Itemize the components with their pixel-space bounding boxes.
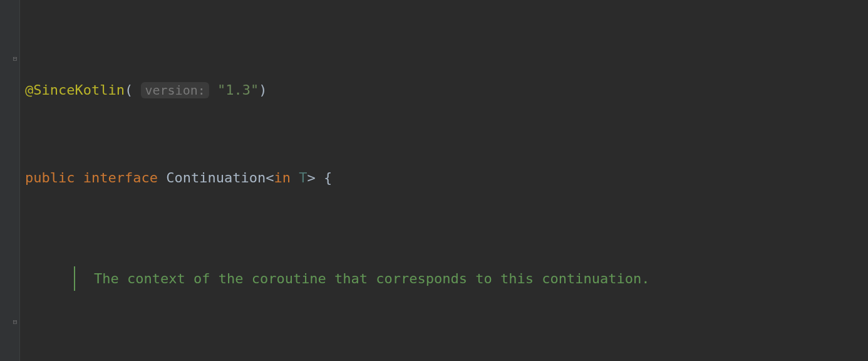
doc-text: The context of the coroutine that corres… bbox=[94, 271, 649, 286]
keyword-in: in bbox=[274, 170, 291, 186]
angle-open: < bbox=[266, 170, 274, 186]
code-editor[interactable]: @SinceKotlin( version: "1.3") public int… bbox=[25, 13, 862, 361]
code-line-annotation: @SinceKotlin( version: "1.3") bbox=[25, 79, 862, 101]
brace-open: { bbox=[324, 170, 332, 186]
angle-close: > bbox=[307, 170, 315, 186]
annotation-token: @SinceKotlin bbox=[25, 82, 125, 98]
paren-close: ) bbox=[259, 82, 267, 98]
fold-end-icon[interactable]: ⊟ bbox=[11, 318, 19, 326]
keyword-interface: interface bbox=[83, 170, 158, 186]
editor-gutter: ⊟ ⊟ bbox=[0, 0, 20, 361]
interface-name: Continuation bbox=[166, 170, 266, 186]
doc-comment-context: The context of the coroutine that corres… bbox=[74, 266, 738, 291]
type-parameter: T bbox=[299, 170, 307, 186]
fold-collapse-icon[interactable]: ⊟ bbox=[11, 55, 19, 63]
paren-open: ( bbox=[125, 82, 133, 98]
keyword-public: public bbox=[25, 170, 75, 186]
code-line-interface-decl: public interface Continuation<in T> { bbox=[25, 167, 862, 189]
string-literal: "1.3" bbox=[217, 82, 259, 98]
parameter-hint: version: bbox=[141, 82, 209, 98]
